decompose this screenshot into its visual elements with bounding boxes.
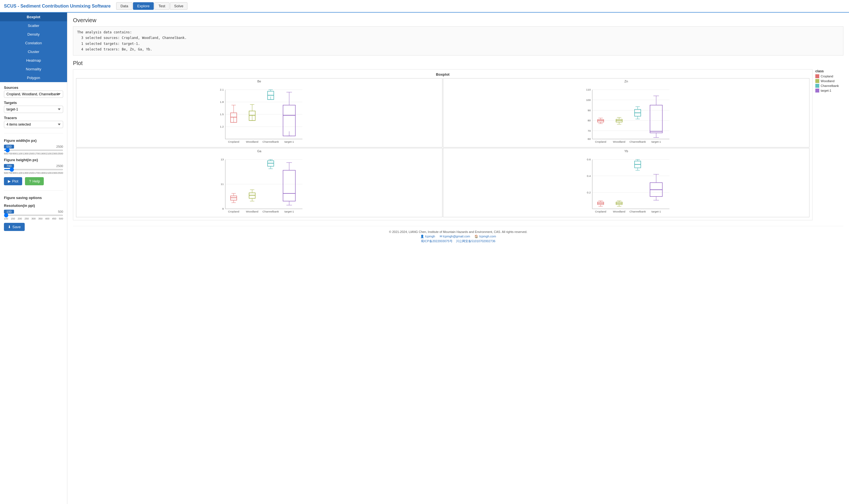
sidebar-item-normality[interactable]: Normality — [0, 65, 67, 73]
footer-link-web[interactable]: lcpmgh.com — [480, 235, 496, 238]
footer-icp1[interactable]: 蜀ICP备2022003075号 — [421, 239, 453, 243]
sidebar-item-heatmap[interactable]: Heatmap — [0, 56, 67, 65]
tracers-label: Tracers — [4, 116, 63, 120]
ga-chart: 13 11 9 Cropland — [77, 153, 441, 215]
footer-icp: 蜀ICP备2022003075号 川公网安备51010702002736 — [73, 239, 843, 243]
sidebar-menu: Boxplot Scatter Density Corelation Clust… — [0, 13, 67, 82]
plot-cell-zn: Zn 110 100 — [443, 78, 810, 147]
footer-link-lcpmgh[interactable]: lcpmgh — [425, 235, 435, 238]
sidebar: Boxplot Scatter Density Corelation Clust… — [0, 13, 67, 504]
figure-saving-label: Figure saving options — [4, 196, 63, 200]
sources-select[interactable]: Cropland, Woodland, Channelbank — [4, 91, 63, 98]
tab-explore[interactable]: Explore — [133, 2, 154, 10]
legend-title: class — [815, 69, 843, 73]
svg-text:target-1: target-1 — [652, 140, 661, 143]
targets-control: Targets target-1 — [4, 101, 63, 113]
sidebar-item-scatter[interactable]: Scatter — [0, 21, 67, 30]
svg-text:13: 13 — [221, 158, 224, 161]
figure-height-control: Figure height(in px) 700 2500 5007009001… — [4, 158, 63, 174]
legend-item-woodland: Woodland — [815, 79, 843, 83]
legend-item-channelbank: Channelbank — [815, 84, 843, 88]
svg-text:70: 70 — [588, 129, 591, 132]
svg-text:0.6: 0.6 — [587, 158, 591, 161]
figure-height-slider[interactable] — [4, 169, 63, 170]
svg-text:60: 60 — [588, 137, 591, 141]
svg-text:Cropland: Cropland — [595, 210, 606, 213]
figure-width-slider[interactable] — [4, 150, 63, 151]
tab-solve[interactable]: Solve — [170, 2, 188, 10]
help-button[interactable]: ? Help — [25, 177, 44, 185]
be-title: Be — [77, 79, 441, 83]
figure-height-label: Figure height(in px) — [4, 158, 63, 162]
nav-tabs: Data Explore Test Solve — [116, 2, 187, 10]
svg-text:80: 80 — [588, 119, 591, 122]
sources-control: Sources Cropland, Woodland, Channelbank — [4, 86, 63, 98]
sidebar-item-corelation[interactable]: Corelation — [0, 39, 67, 47]
main-content: Overview The analysis data contains: 3 s… — [67, 13, 849, 504]
plot-outer: Boxplot Be — [73, 69, 843, 220]
overview-title: Overview — [73, 17, 843, 23]
tab-test[interactable]: Test — [154, 2, 170, 10]
svg-rect-54 — [597, 120, 604, 122]
info-box: The analysis data contains: 3 selected s… — [73, 26, 843, 55]
svg-text:90: 90 — [588, 109, 591, 112]
plot-button[interactable]: ▶ ▶ Plot Plot — [4, 177, 22, 185]
tab-data[interactable]: Data — [116, 2, 132, 10]
sidebar-item-density[interactable]: Density — [0, 30, 67, 39]
sidebar-item-boxplot[interactable]: Boxplot — [0, 13, 67, 21]
plot-cell-yb: Yb 0.6 0.4 0.2 — [443, 148, 810, 217]
plot-section: Plot Boxplot Be — [73, 60, 843, 220]
svg-text:Channelbank: Channelbank — [263, 140, 279, 143]
legend-label-target1: target-1 — [821, 89, 831, 92]
legend-item-cropland: Cropland — [815, 74, 843, 78]
play-icon: ▶ — [8, 179, 11, 183]
legend-color-channelbank — [815, 84, 819, 88]
plot-cell-ga: Ga 13 11 9 — [76, 148, 443, 217]
svg-text:Woodland: Woodland — [613, 140, 625, 143]
resolution-ticks: 100150200250300350400450500 — [4, 217, 63, 220]
legend: class Cropland Woodland Channelbank — [815, 69, 843, 93]
targets-select[interactable]: target-1 — [4, 106, 63, 113]
be-chart: 2.1 1.8 1.5 1.2 — [77, 84, 441, 145]
legend-label-woodland: Woodland — [821, 79, 834, 83]
svg-text:target-1: target-1 — [652, 210, 661, 213]
svg-rect-75 — [650, 105, 662, 133]
svg-text:0.2: 0.2 — [587, 191, 591, 194]
svg-text:2.1: 2.1 — [220, 88, 224, 91]
legend-label-channelbank: Channelbank — [821, 84, 839, 88]
save-icon: ⬇ — [8, 225, 11, 229]
figure-width-control: Figure width(in px) 550 2500 50070090011… — [4, 139, 63, 155]
copyright-text: © 2021-2024, LIANG Chen, Institute of Mo… — [73, 230, 843, 234]
plot-section-title: Plot — [73, 60, 843, 67]
svg-text:1.2: 1.2 — [220, 125, 224, 128]
svg-text:1.8: 1.8 — [220, 100, 224, 104]
resolution-slider[interactable] — [4, 215, 63, 216]
plot-cell-be: Be 2.1 — [76, 78, 443, 147]
plot-main-title: Boxplot — [76, 72, 810, 76]
svg-text:Woodland: Woodland — [246, 140, 258, 143]
svg-text:Channelbank: Channelbank — [263, 210, 279, 213]
action-buttons: ▶ ▶ Plot Plot ? Help — [4, 177, 63, 185]
svg-text:Cropland: Cropland — [595, 140, 606, 143]
svg-text:Channelbank: Channelbank — [629, 210, 646, 213]
sources-label: Sources — [4, 86, 63, 90]
main-layout: Boxplot Scatter Density Corelation Clust… — [0, 13, 849, 504]
plot-grid: Be 2.1 — [76, 78, 810, 217]
footer-icon-web: 🏠 lcpmgh.com — [474, 235, 496, 238]
sidebar-item-cluster[interactable]: Cluster — [0, 47, 67, 56]
sidebar-item-polygon[interactable]: Polygon — [0, 73, 67, 82]
yb-title: Yb — [445, 149, 808, 153]
legend-color-target1 — [815, 89, 819, 92]
app-title: SCUS - Sediment Contribution Unmixing So… — [4, 4, 110, 9]
footer-link-email[interactable]: lcpmgh@gmail.com — [443, 235, 470, 238]
save-button[interactable]: ⬇ Save — [4, 223, 25, 231]
svg-text:100: 100 — [586, 98, 591, 101]
footer-icp2[interactable]: 川公网安备51010702002736 — [456, 239, 496, 243]
svg-text:11: 11 — [221, 182, 224, 185]
legend-item-target1: target-1 — [815, 89, 843, 92]
svg-rect-111 — [283, 170, 295, 201]
svg-text:Cropland: Cropland — [228, 140, 239, 143]
svg-text:9: 9 — [222, 207, 224, 210]
svg-text:Woodland: Woodland — [246, 210, 258, 213]
tracers-select[interactable]: 4 items selected — [4, 121, 63, 128]
